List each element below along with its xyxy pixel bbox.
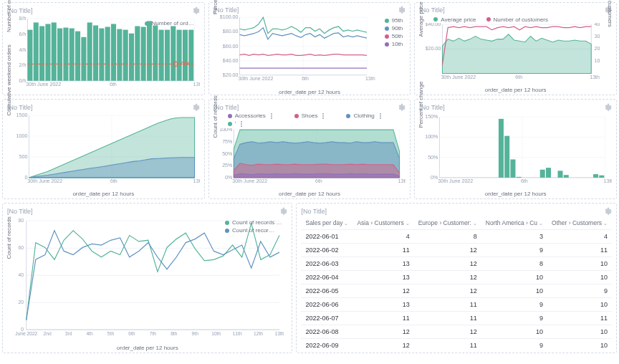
table-header[interactable]: Sales per day⌄ (301, 216, 352, 230)
table-header[interactable]: Asia › Customers⌄ (352, 216, 413, 230)
legend-item[interactable]: Number of customers (486, 16, 548, 23)
x-axis-label: order_date per 12 hours (419, 87, 612, 93)
table-cell: 9 (481, 297, 547, 311)
gear-icon[interactable] (279, 207, 287, 216)
svg-text:100%: 100% (426, 134, 439, 140)
svg-text:10: 10 (595, 58, 600, 64)
legend-item[interactable]: 10th (385, 41, 403, 47)
svg-text:$100.00: $100.00 (220, 14, 239, 20)
svg-text:13th: 13th (275, 331, 284, 336)
table-cell: 10 (547, 338, 612, 351)
svg-text:20: 20 (18, 300, 24, 305)
table-header[interactable]: Other › Customers⌄ (547, 216, 612, 230)
svg-text:$60.00: $60.00 (222, 43, 238, 49)
table-header[interactable]: Europe › Customer:⌄ (414, 216, 481, 230)
svg-rect-45 (188, 30, 193, 81)
svg-text:1500: 1500 (16, 112, 28, 118)
table-cell: 2022-06-05 (301, 284, 352, 297)
legend-item[interactable]: Number of ord… (145, 20, 194, 27)
table-cell: 12 (414, 284, 481, 297)
gear-icon[interactable] (397, 103, 406, 112)
table-row: 2022-06-031312810 (301, 257, 612, 270)
more-icon[interactable] (322, 113, 325, 119)
more-icon[interactable] (241, 121, 243, 127)
svg-text:30th June 2022: 30th June 2022 (238, 76, 273, 82)
svg-rect-29 (93, 25, 98, 80)
table-cell: 2022-06-02 (301, 243, 352, 257)
svg-rect-20 (39, 26, 44, 80)
svg-text:30th June 2022: 30th June 2022 (438, 178, 474, 184)
table-header[interactable]: North America › Cu⌄ (481, 216, 547, 230)
x-axis-label: order_date per 12 hours (213, 89, 406, 95)
gear-icon[interactable] (191, 6, 200, 15)
x-axis-label: order_date per 12 hours (419, 191, 612, 197)
chart-svg: $20.00$40.00$60.00$80.00$100.0030th June… (213, 14, 406, 88)
sort-caret-icon: ⌄ (406, 221, 410, 226)
legend-item[interactable]: Count of recor… (225, 227, 282, 234)
svg-rect-143 (511, 159, 516, 177)
svg-rect-28 (87, 22, 92, 80)
table-cell: 11 (352, 311, 413, 325)
svg-text:6th: 6th (516, 75, 523, 80)
svg-text:50%: 50% (222, 150, 233, 156)
gear-icon[interactable] (603, 103, 612, 112)
legend-item[interactable]: Count of records … (225, 219, 282, 226)
x-axis-label: order_date per 12 hours (7, 191, 200, 197)
svg-text:13th: 13th (398, 178, 406, 184)
table-cell: 10 (547, 325, 612, 338)
svg-text:$20.00: $20.00 (222, 72, 238, 78)
svg-text:150%: 150% (426, 114, 439, 120)
svg-rect-23 (57, 29, 62, 81)
chart-svg: 05001000150030th June 20226th13th (7, 112, 200, 190)
legend-item[interactable]: Shoes (294, 112, 325, 119)
svg-rect-31 (105, 27, 110, 81)
table-cell: 12 (352, 284, 413, 297)
chart-svg: 0/h2/h4/h6/h8/h30th June 20226th13th75th (7, 16, 200, 93)
legend-item[interactable]: 90th (385, 25, 403, 32)
y-axis-label: Count of records (212, 95, 219, 138)
table-cell: 10 (481, 284, 547, 297)
svg-text:30th June 2022: 30th June 2022 (27, 178, 62, 184)
legend-item[interactable]: 50th (385, 33, 403, 39)
y-axis-label-right: Number of customers (607, 0, 613, 27)
legend-item[interactable]: ' (228, 120, 244, 127)
svg-rect-144 (517, 176, 522, 177)
table-cell: 2022-06-03 (301, 257, 352, 270)
svg-rect-22 (52, 22, 57, 80)
x-axis-label: order_date per 12 hours (213, 191, 406, 197)
svg-rect-27 (81, 37, 86, 81)
svg-rect-158 (600, 175, 605, 177)
legend-item[interactable]: 95th (385, 17, 403, 24)
svg-text:6th: 6th (110, 178, 117, 184)
svg-rect-148 (540, 169, 545, 177)
svg-text:11th: 11th (233, 331, 242, 336)
svg-text:50%: 50% (428, 154, 438, 160)
table-cell: 4 (547, 229, 612, 243)
svg-rect-26 (75, 32, 80, 81)
panel-avg-price: [No Title] Average price Number of custo… (414, 2, 617, 95)
sales-table: Sales per day⌄Asia › Customers⌄Europe › … (301, 216, 612, 351)
svg-rect-19 (34, 22, 39, 80)
table-row: 2022-06-021112911 (301, 243, 612, 257)
more-icon[interactable] (380, 113, 382, 119)
table-cell: 10 (481, 270, 547, 284)
more-icon[interactable] (271, 113, 273, 119)
svg-rect-141 (499, 118, 504, 177)
table-cell: 2022-06-09 (301, 338, 352, 351)
table-cell: 10 (547, 297, 612, 311)
svg-text:6th: 6th (110, 81, 117, 87)
table-cell: 12 (414, 325, 481, 338)
panel-percentiles: [No Title] Percentiles for product price… (208, 2, 411, 95)
svg-rect-41 (165, 30, 170, 81)
svg-rect-35 (129, 34, 134, 81)
gear-icon[interactable] (603, 207, 612, 216)
gear-icon[interactable] (191, 103, 200, 112)
legend-item[interactable]: Average price (433, 16, 476, 23)
chart-svg: 020406080June 20222nd3rd4th5th6th7th8th9… (7, 216, 287, 344)
svg-rect-157 (593, 174, 598, 178)
svg-text:$80.00: $80.00 (222, 29, 238, 34)
panel-percent-change: [No Title] Percent of change 0%50%100%15… (414, 99, 617, 199)
legend-item[interactable]: Accessories (228, 112, 273, 119)
legend-item[interactable]: Clothing (346, 112, 381, 119)
gear-icon[interactable] (397, 6, 406, 14)
